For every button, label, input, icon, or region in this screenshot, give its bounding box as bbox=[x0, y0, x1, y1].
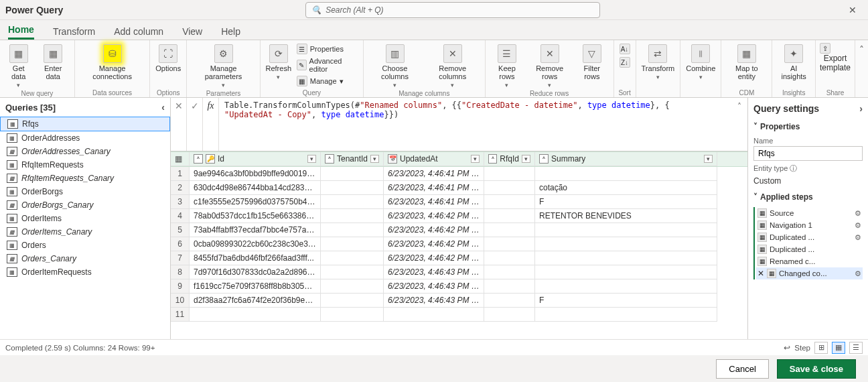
gear-icon[interactable]: ⚙ bbox=[855, 233, 861, 242]
cell-id[interactable] bbox=[190, 308, 321, 322]
formula-commit-icon[interactable]: ✓ bbox=[187, 98, 203, 151]
query-item[interactable]: ▦OrderBorgs_Canary bbox=[0, 198, 170, 212]
query-item[interactable]: ▦Orders bbox=[0, 239, 170, 252]
query-item[interactable]: ▦OrderItems bbox=[0, 212, 170, 225]
remove-columns-button[interactable]: ✕ Remove columns▾ bbox=[425, 43, 481, 90]
table-row[interactable]: 60cba098993022cb60c238c30e3a... 6/23/202… bbox=[171, 237, 747, 251]
collapse-queries-icon[interactable]: ‹ bbox=[161, 102, 165, 113]
query-item[interactable]: ▦OrderItems_Canary bbox=[0, 225, 170, 239]
grid-corner[interactable]: ▦ bbox=[171, 152, 190, 166]
cell-id[interactable]: 7d970f16d307833dc0a2a2d8960... bbox=[190, 265, 321, 279]
remove-rows-button[interactable]: ✕ Remove rows▾ bbox=[527, 43, 572, 90]
cell-tenant[interactable] bbox=[321, 223, 384, 237]
table-row[interactable]: 2630dc4d98e86744bba14cd28389... 6/23/202… bbox=[171, 181, 747, 195]
table-row[interactable]: 11 bbox=[171, 308, 747, 322]
get-data-button[interactable]: ▦ Get data▾ bbox=[4, 43, 33, 90]
cell-rfqid[interactable] bbox=[484, 279, 535, 294]
cell-tenant[interactable] bbox=[321, 294, 384, 308]
applied-step[interactable]: ▦Source⚙ bbox=[756, 207, 863, 219]
row-number[interactable]: 10 bbox=[171, 294, 190, 308]
cell-rfqid[interactable] bbox=[484, 237, 535, 251]
gear-icon[interactable]: ⚙ bbox=[855, 221, 861, 230]
cell-id[interactable]: 630dc4d98e86744bba14cd28389... bbox=[190, 181, 321, 195]
applied-step[interactable]: ▦Navigation 1⚙ bbox=[756, 219, 863, 231]
manage-query-button[interactable]: ▦Manage ▾ bbox=[295, 75, 359, 87]
cell-rfqid[interactable] bbox=[484, 294, 535, 308]
filter-dropdown-icon[interactable]: ▾ bbox=[704, 155, 713, 163]
cell-updated[interactable] bbox=[384, 308, 484, 322]
cell-summary[interactable] bbox=[535, 265, 717, 279]
table-row[interactable]: 9f1619cc75e709f3768ff8b8b305cf... 6/23/2… bbox=[171, 279, 747, 294]
cell-updated[interactable]: 6/23/2023, 4:46:42 PM +00:00 bbox=[384, 251, 484, 265]
sort-asc-button[interactable]: A↓ bbox=[618, 43, 632, 55]
search-box[interactable]: 🔍 Search (Alt + Q) bbox=[305, 2, 600, 18]
properties-section[interactable]: Properties bbox=[753, 122, 863, 131]
collapse-ribbon-button[interactable]: ˄ bbox=[855, 40, 868, 97]
applied-step[interactable]: ▦Duplicated ... bbox=[756, 243, 863, 255]
table-row[interactable]: 573ab4ffabff37ecdaf7bbc4e757a3... 6/23/2… bbox=[171, 223, 747, 237]
col-header-tenant[interactable]: ᴬ TenantId ▾ bbox=[321, 152, 384, 166]
cell-tenant[interactable] bbox=[321, 195, 384, 209]
fx-icon[interactable]: fx bbox=[203, 98, 219, 151]
manage-parameters-button[interactable]: ⚙ Manage parameters▾ bbox=[191, 43, 256, 90]
col-header-rfqid[interactable]: ᴬ RfqId ▾ bbox=[484, 152, 535, 166]
query-item[interactable]: ▦OrderAddresses bbox=[0, 131, 170, 145]
cell-summary[interactable]: cotação bbox=[535, 181, 717, 195]
info-icon[interactable]: ⓘ bbox=[790, 164, 797, 172]
expand-settings-icon[interactable]: › bbox=[859, 103, 863, 114]
formula-bar[interactable]: Table.TransformColumnTypes(#"Renamed col… bbox=[219, 98, 731, 151]
cell-tenant[interactable] bbox=[321, 209, 384, 223]
cell-tenant[interactable] bbox=[321, 265, 384, 279]
row-number[interactable]: 8 bbox=[171, 265, 190, 279]
close-icon[interactable]: ✕ bbox=[843, 5, 863, 15]
gear-icon[interactable]: ⚙ bbox=[855, 269, 861, 278]
tab-add-column[interactable]: Add column bbox=[114, 26, 163, 40]
formula-cancel-icon[interactable]: ✕ bbox=[171, 98, 187, 151]
cell-tenant[interactable] bbox=[321, 181, 384, 195]
diagram-view-button[interactable]: ⊞ bbox=[814, 342, 828, 354]
cell-rfqid[interactable] bbox=[484, 195, 535, 209]
delete-step-icon[interactable]: ✕ bbox=[757, 269, 764, 278]
table-row[interactable]: 478ab0d537dcc1fb15c5e6633865... 6/23/202… bbox=[171, 209, 747, 223]
cell-summary[interactable] bbox=[535, 223, 717, 237]
tab-home[interactable]: Home bbox=[8, 24, 34, 40]
cell-tenant[interactable] bbox=[321, 237, 384, 251]
cell-updated[interactable]: 6/23/2023, 4:46:43 PM +00:00 bbox=[384, 294, 484, 308]
query-item[interactable]: ▦RfqItemRequests bbox=[0, 158, 170, 172]
tab-help[interactable]: Help bbox=[221, 26, 240, 40]
queries-list[interactable]: ▦Rfqs▦OrderAddresses▦OrderAddresses_Cana… bbox=[0, 117, 170, 339]
query-item[interactable]: ▦RfqItemRequests_Canary bbox=[0, 172, 170, 185]
choose-columns-button[interactable]: ▥ Choose columns▾ bbox=[368, 43, 422, 90]
properties-button[interactable]: ☰Properties bbox=[295, 43, 359, 55]
row-number[interactable]: 2 bbox=[171, 181, 190, 195]
cell-summary[interactable] bbox=[535, 251, 717, 265]
row-number[interactable]: 1 bbox=[171, 167, 190, 181]
cell-summary[interactable]: RETENTOR BENEVIDES bbox=[535, 209, 717, 223]
transform-button[interactable]: ⇄ Transform▾ bbox=[640, 43, 676, 82]
query-item[interactable]: ▦Orders_Canary bbox=[0, 252, 170, 265]
row-number[interactable]: 3 bbox=[171, 195, 190, 209]
gear-icon[interactable]: ⚙ bbox=[855, 209, 861, 218]
filter-rows-button[interactable]: ▽ Filter rows bbox=[575, 43, 609, 82]
manage-connections-button[interactable]: ⛁ Manage connections bbox=[79, 43, 145, 82]
cell-updated[interactable]: 6/23/2023, 4:46:43 PM +00:00 bbox=[384, 279, 484, 294]
row-number[interactable]: 4 bbox=[171, 209, 190, 223]
filter-dropdown-icon[interactable]: ▾ bbox=[471, 155, 480, 163]
query-name-input[interactable] bbox=[753, 146, 863, 161]
filter-dropdown-icon[interactable]: ▾ bbox=[370, 155, 379, 163]
cell-id[interactable]: 9ae9946ca3bf0bbd9bffe9d00192... bbox=[190, 167, 321, 181]
cell-updated[interactable]: 6/23/2023, 4:46:42 PM +00:00 bbox=[384, 223, 484, 237]
table-row[interactable]: 3c1fe3555e2575996d0375750b46... 6/23/202… bbox=[171, 195, 747, 209]
table-row[interactable]: 19ae9946ca3bf0bbd9bffe9d00192... 6/23/20… bbox=[171, 167, 747, 181]
ai-insights-button[interactable]: ✦ AI insights bbox=[776, 43, 811, 82]
tab-view[interactable]: View bbox=[182, 26, 202, 40]
map-to-entity-button[interactable]: ▦ Map to entity bbox=[725, 43, 768, 82]
sort-desc-button[interactable]: Z↓ bbox=[618, 56, 632, 68]
export-template-button[interactable]: ⇪Export template bbox=[820, 43, 851, 72]
row-number[interactable]: 11 bbox=[171, 308, 190, 322]
cell-id[interactable]: 8455fd7ba6dbd46fbf266faad3fff... bbox=[190, 251, 321, 265]
cell-tenant[interactable] bbox=[321, 279, 384, 294]
cell-tenant[interactable] bbox=[321, 308, 384, 322]
table-row[interactable]: 10d2f38aa27fc6a674f2e20f36b9e4e... 6/23/… bbox=[171, 294, 747, 308]
filter-dropdown-icon[interactable]: ▾ bbox=[522, 155, 530, 163]
